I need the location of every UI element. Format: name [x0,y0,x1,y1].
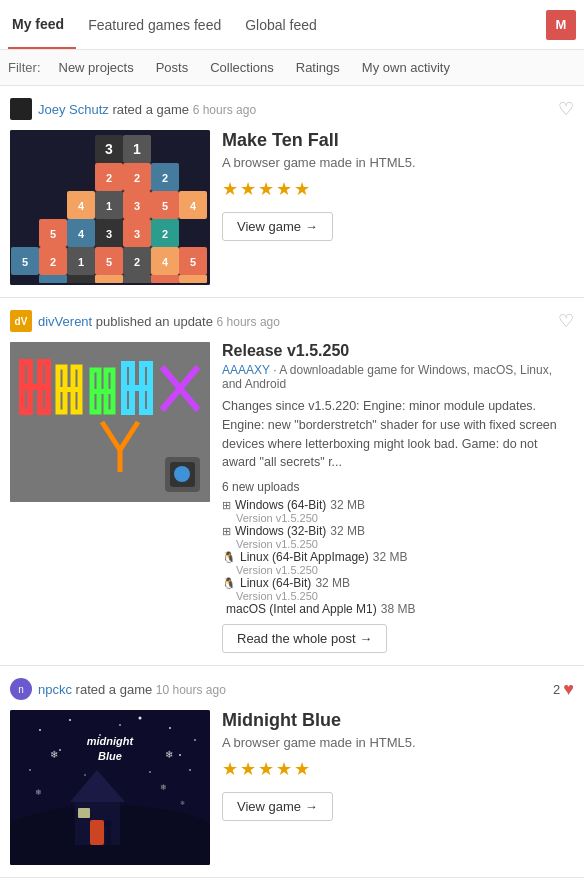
svg-text:5: 5 [190,256,196,268]
svg-point-88 [189,769,191,771]
heart-count-number: 2 [553,682,560,697]
svg-text:❄: ❄ [35,788,42,797]
filter-posts[interactable]: Posts [146,56,199,79]
avatar[interactable]: M [546,10,576,40]
upload-row-1: ⊞ Windows (64-Bit) 32 MB [222,498,574,512]
svg-text:5: 5 [50,228,56,240]
username[interactable]: Joey Schutz [38,102,109,117]
upload-row-2: ⊞ Windows (32-Bit) 32 MB [222,524,574,538]
filter-my-own-activity[interactable]: My own activity [352,56,460,79]
svg-text:4: 4 [162,256,169,268]
svg-text:3: 3 [134,200,140,212]
svg-rect-64 [124,385,150,391]
time-text: 6 hours ago [217,315,280,329]
svg-text:❄: ❄ [180,800,185,806]
action-text: rated a game [76,682,156,697]
upload-row-5: macOS (Intel and Apple M1) 38 MB [222,602,574,616]
svg-text:Blue: Blue [98,750,122,762]
update-card: Release v1.5.250 AAAAXY · A downloadable… [10,342,574,653]
game-desc-text: · A downloadable game for Windows, macOS… [222,363,552,391]
feed-item-3: n npckc rated a game 10 hours ago 2 ♥ [0,666,584,878]
game-title: Midnight Blue [222,710,574,731]
heart-button[interactable]: ♥ [563,679,574,700]
platform-icon: ⊞ [222,499,231,512]
uploads-label: 6 new uploads [222,480,574,494]
platform-name: macOS (Intel and Apple M1) [226,602,377,616]
game-name-link[interactable]: AAAAXY [222,363,270,377]
make-ten-fall-image: 3 1 2 2 2 4 1 3 5 4 [10,130,210,285]
upload-version-1: Version v1.5.250 [222,512,574,524]
platform-name: Linux (64-Bit AppImage) [240,550,369,564]
svg-text:2: 2 [50,256,56,268]
view-game-button[interactable]: View game → [222,212,333,241]
svg-text:2: 2 [134,256,140,268]
tab-my-feed[interactable]: My feed [8,0,76,49]
tab-global[interactable]: Global feed [233,0,329,49]
filter-ratings[interactable]: Ratings [286,56,350,79]
filter-collections[interactable]: Collections [200,56,284,79]
upload-version-2: Version v1.5.250 [222,538,574,550]
svg-text:2: 2 [162,172,168,184]
file-size: 32 MB [330,498,365,512]
feed-item-header: n npckc rated a game 10 hours ago 2 ♥ [10,678,574,700]
svg-rect-45 [39,275,67,283]
heart-button[interactable]: ♡ [558,98,574,120]
filter-label: Filter: [8,60,41,75]
game-card-3: midnight Blue ❄ ❄ [10,710,574,865]
platform-icon: ⊞ [222,525,231,538]
heart-count-container: 2 ♥ [553,679,574,700]
version-text: Version v1.5.250 [236,538,318,550]
svg-rect-50 [179,275,207,283]
version-text: Version v1.5.250 [236,512,318,524]
svg-text:❄: ❄ [165,749,173,760]
version-text: Version v1.5.250 [236,590,318,602]
svg-point-79 [194,739,196,741]
game-subtitle: A browser game made in HTML5. [222,155,574,170]
update-info: Release v1.5.250 AAAAXY · A downloadable… [222,342,574,653]
feed-item-1: Joey Schutz rated a game 6 hours ago ♡ 3… [0,86,584,298]
svg-text:5: 5 [106,256,112,268]
star-rating: ★★★★★ [222,178,574,200]
svg-text:5: 5 [22,256,28,268]
svg-rect-96 [106,828,111,845]
username[interactable]: npckc [38,682,72,697]
svg-point-75 [69,719,71,721]
upload-version-3: Version v1.5.250 [222,564,574,576]
top-nav: My feed Featured games feed Global feed … [0,0,584,50]
filter-new-projects[interactable]: New projects [49,56,144,79]
svg-text:3: 3 [134,228,140,240]
svg-text:4: 4 [190,200,197,212]
svg-point-72 [174,466,190,482]
svg-text:2: 2 [134,172,140,184]
svg-rect-49 [151,275,179,283]
svg-point-97 [104,820,112,828]
time-text: 10 hours ago [156,683,226,697]
tab-featured[interactable]: Featured games feed [76,0,233,49]
feed-meta: npckc rated a game 10 hours ago [38,682,547,697]
game-title: Make Ten Fall [222,130,574,151]
feed-meta: divVerent published an update 6 hours ag… [38,314,552,329]
username[interactable]: divVerent [38,314,92,329]
update-title: Release v1.5.250 [222,342,574,360]
svg-text:3: 3 [106,228,112,240]
platform-icon: 🐧 [222,577,236,590]
upload-version-4: Version v1.5.250 [222,590,574,602]
svg-text:2: 2 [162,228,168,240]
svg-rect-47 [95,275,123,283]
svg-rect-55 [22,384,48,390]
svg-point-81 [179,754,181,756]
view-game-button[interactable]: View game → [222,792,333,821]
file-size: 32 MB [330,524,365,538]
platform-name: Windows (64-Bit) [235,498,326,512]
update-thumbnail [10,342,210,502]
update-game-link: AAAAXY · A downloadable game for Windows… [222,363,574,391]
heart-button[interactable]: ♡ [558,310,574,332]
svg-point-87 [29,769,31,771]
midnight-blue-image: midnight Blue ❄ ❄ [10,710,210,865]
aaaaxy-image [10,342,210,502]
read-post-button[interactable]: Read the whole post → [222,624,387,653]
svg-text:5: 5 [162,200,168,212]
star-rating: ★★★★★ [222,758,574,780]
feed-item-2: dV divVerent published an update 6 hours… [0,298,584,666]
svg-point-80 [59,749,61,751]
